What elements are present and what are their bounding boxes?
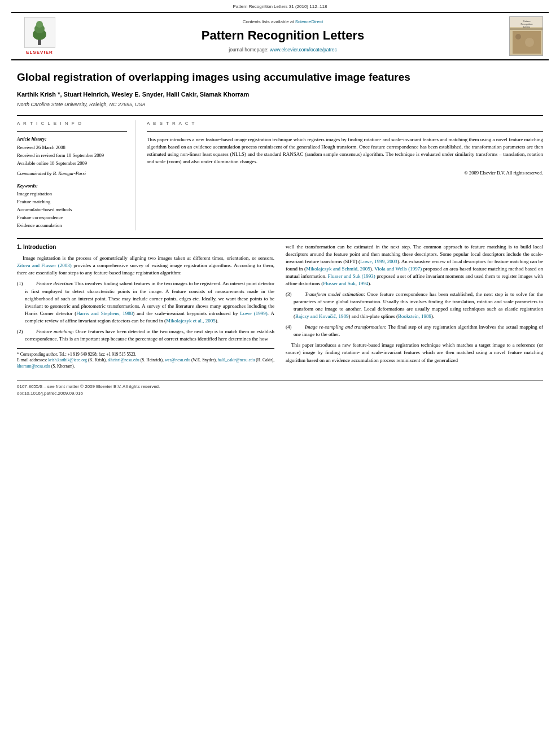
page: Pattern Recognition Letters 31 (2010) 11… (0, 0, 560, 747)
abstract-section: A B S T R A C T This paper introduces a … (147, 120, 543, 230)
ref-bookstein[interactable]: Bookstein, 1989 (398, 313, 431, 319)
journal-homepage: journal homepage: www.elsevier.com/locat… (68, 47, 498, 54)
history-label: Article history: (17, 136, 127, 143)
ref-flusser-suk-1994[interactable]: Flusser and Suk, 1994 (323, 281, 368, 286)
email-heinrich[interactable]: slheinri@ncsu.edu (108, 357, 139, 362)
list-item-4: (4) Image re-sampling and transformation… (286, 324, 543, 338)
abstract-label: A B S T R A C T (147, 120, 543, 126)
abstract-text: This paper introduces a new feature-base… (147, 136, 543, 165)
footer-issn: 0167-8655/$ – see front matter © 2009 El… (17, 383, 543, 390)
footer-bar: 0167-8655/$ – see front matter © 2009 El… (17, 381, 543, 396)
footer-doi: doi:10.1016/j.patrec.2009.09.016 (17, 390, 543, 396)
ref-miko-schmid[interactable]: Mikolajczyk and Schmid, 2005 (306, 266, 370, 272)
list-num-3: (3) (286, 291, 292, 298)
svg-point-12 (525, 38, 534, 47)
list-item-1: (1) Feature detection: This involves fin… (17, 280, 274, 324)
email-krish[interactable]: krish.karthik@ieee.org (48, 357, 87, 362)
body-columns: 1. Introduction Image registration is th… (17, 243, 543, 370)
footnote-emails-label: E-mail addresses: (17, 357, 47, 362)
ref-viola[interactable]: Viola and Wells (1997) (374, 266, 422, 272)
item3-label: Transform model estimation (305, 291, 364, 297)
article-info-label: A R T I C L E I N F O (17, 120, 127, 126)
keyword-2: Feature matching (17, 199, 127, 206)
available-online: Available online 18 September 2009 (17, 160, 127, 167)
article-info: A R T I C L E I N F O Article history: R… (17, 120, 135, 230)
authors: Karthik Krish *, Stuart Heinrich, Wesley… (17, 90, 543, 99)
email-snyder[interactable]: wes@ncsu.edu (165, 357, 190, 362)
cover-image: PatternRecognitionLetters Pattern Recogn… (509, 16, 543, 56)
ref-lowe1999[interactable]: Lowe (1999) (240, 311, 267, 316)
journal-title-block: Contents lists available at ScienceDirec… (62, 19, 504, 54)
list-num-2: (2) (17, 328, 23, 335)
keywords-list: Image registration Feature matching Accu… (17, 191, 127, 229)
svg-point-3 (36, 21, 43, 28)
elsevier-label: ELSEVIER (26, 49, 53, 55)
list-item-3: (3) Transform model estimation: Once fea… (286, 291, 543, 320)
item1-label: Feature detection (36, 281, 72, 286)
journal-header: ELSEVIER Contents lists available at Sci… (11, 12, 549, 60)
right-para2: This paper introduces a new feature-base… (286, 342, 543, 364)
ref-mikolajczyk2005[interactable]: Mikolajczyk et al., 2005 (166, 318, 216, 324)
svg-text:Letters: Letters (523, 25, 530, 28)
received-1: Received 26 March 2008 (17, 145, 127, 151)
elsevier-tree-icon (24, 17, 55, 48)
footnote-area: * Corresponding author. Tel.: +1 919 649… (17, 348, 274, 370)
received-2: Received in revised form 10 September 20… (17, 152, 127, 159)
main-content: Global registration of overlapping image… (0, 60, 560, 381)
body-col-right: well the transformation can be estimated… (286, 243, 543, 370)
item4-label: Image re-sampling and transformation (305, 324, 385, 330)
article-history: Article history: Received 26 March 2008 … (17, 136, 127, 167)
journal-homepage-url[interactable]: www.elsevier.com/locate/patrec (270, 47, 337, 53)
svg-point-11 (515, 34, 521, 40)
keywords-label: Keywords: (17, 183, 127, 190)
ref-flusser-suk-1993[interactable]: Flusser and Suk (1993) (328, 273, 375, 279)
journal-cover: PatternRecognitionLetters Pattern Recogn… (504, 16, 543, 56)
ref-zitova[interactable]: Zitova and Flusser (2003) (17, 263, 72, 268)
sciencedirect-line: Contents lists available at ScienceDirec… (68, 19, 498, 25)
journal-main-title: Pattern Recognition Letters (68, 27, 498, 45)
item1-text: : This involves finding salient features… (25, 281, 274, 323)
keyword-4: Feature correspondence (17, 215, 127, 221)
copyright: © 2009 Elsevier B.V. All rights reserved… (147, 170, 543, 177)
communicated-by: Communicated by B. Kamgar-Parsi (17, 171, 127, 177)
divider-2 (17, 238, 543, 239)
email-khorram[interactable]: khorram@ncsu.edu (17, 364, 50, 369)
ref-bajcsy[interactable]: Bajcsy and Kovačič, 1989 (295, 313, 348, 319)
footnote-star: * Corresponding author. Tel.: +1 919 649… (17, 352, 274, 358)
section1-para1: Image registration is the process of geo… (17, 255, 274, 277)
svg-rect-5 (510, 28, 543, 30)
ref-lowe-1999-2003[interactable]: Lowe, 1999, 2003 (360, 259, 397, 264)
keyword-5: Evidence accumulation (17, 222, 127, 229)
list-num-4: (4) (286, 324, 292, 331)
divider-info (17, 131, 127, 132)
affiliation: North Carolina State University, Raleigh… (17, 101, 543, 108)
article-columns: A R T I C L E I N F O Article history: R… (17, 120, 543, 230)
list-item-2: (2) Feature matching: Once features have… (17, 328, 274, 343)
keyword-3: Accumulator-based methods (17, 207, 127, 213)
section1-heading: 1. Introduction (17, 243, 274, 252)
paper-title: Global registration of overlapping image… (17, 71, 543, 85)
elsevier-logo: ELSEVIER (17, 17, 62, 55)
divider-abstract (147, 131, 543, 132)
journal-ref: Pattern Recognition Letters 31 (2010) 11… (0, 0, 560, 12)
footnote-emails: E-mail addresses: krish.karthik@ieee.org… (17, 357, 274, 369)
item2-label: Feature matching (36, 329, 73, 334)
divider-1 (17, 115, 543, 116)
sciencedirect-link[interactable]: ScienceDirect (295, 19, 323, 24)
right-para1: well the transformation can be estimated… (286, 243, 543, 287)
keyword-1: Image registration (17, 191, 127, 198)
body-col-left: 1. Introduction Image registration is th… (17, 243, 274, 370)
list-num-1: (1) (17, 280, 23, 287)
email-cakir[interactable]: halil_cakir@ncsu.edu (218, 357, 255, 362)
ref-harris[interactable]: Harris and Stephens, 1988 (76, 311, 133, 316)
